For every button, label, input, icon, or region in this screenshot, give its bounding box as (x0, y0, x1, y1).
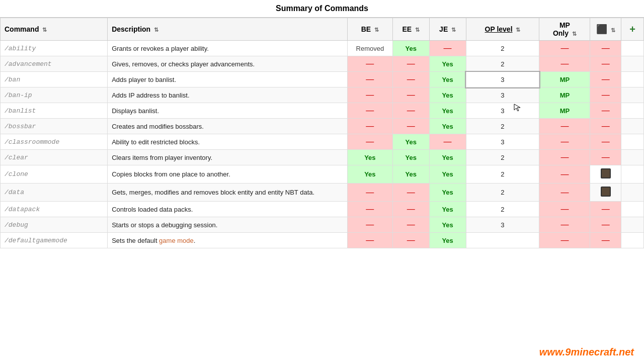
cell-icon1 (590, 184, 621, 202)
table-container: Command ⇅ Description ⇅ BE ⇅ EE ⇅ (0, 18, 644, 248)
cell-je: — (429, 134, 466, 150)
cell-op: 2 (466, 150, 539, 165)
cell-mp: — (539, 233, 590, 248)
col-header-icon1[interactable]: ⬛ ⇅ (590, 18, 621, 41)
cell-ee: Yes (392, 165, 429, 184)
col-header-je[interactable]: JE ⇅ (429, 18, 466, 41)
cell-icon2 (621, 72, 644, 87)
col-header-ee[interactable]: EE ⇅ (392, 18, 429, 41)
cell-icon2 (621, 87, 644, 103)
table-row: /dataGets, merges, modifies and removes … (1, 184, 644, 202)
col-header-op[interactable]: OP level ⇅ (466, 18, 539, 41)
cell-mp: — (539, 202, 590, 217)
col-header-description[interactable]: Description ⇅ (108, 18, 348, 41)
table-row: /classroommodeAbility to edit restricted… (1, 134, 644, 150)
cell-ee: — (392, 87, 429, 103)
cell-icon1: — (590, 119, 621, 134)
cell-op: 2 (466, 119, 539, 134)
cell-mp: — (539, 56, 590, 72)
cell-op: 3 (466, 72, 539, 87)
table-row: /ban-ipAdds IP address to banlist.——Yes3… (1, 87, 644, 103)
cell-je: Yes (429, 165, 466, 184)
cell-je: Yes (429, 72, 466, 87)
cell-be: — (347, 233, 392, 248)
cell-op: 3 (466, 217, 539, 233)
cell-ee: — (392, 202, 429, 217)
table-row: /bossbarCreates and modifies bossbars.——… (1, 119, 644, 134)
cell-command: /ability (1, 41, 108, 56)
cell-op (466, 233, 539, 248)
cell-be: — (347, 103, 392, 119)
watermark: www.9minecraft.net (539, 346, 634, 358)
cell-icon2 (621, 202, 644, 217)
cell-mp: — (539, 184, 590, 202)
table-row: /advancementGives, removes, or checks pl… (1, 56, 644, 72)
table-row: /banAdds player to banlist.——Yes3MP— (1, 72, 644, 87)
cell-icon1: — (590, 233, 621, 248)
cell-mp: — (539, 165, 590, 184)
cell-command: /classroommode (1, 134, 108, 150)
desc-link[interactable]: game mode (159, 237, 194, 244)
cell-icon2 (621, 233, 644, 248)
cell-ee: Yes (392, 150, 429, 165)
cell-op: 3 (466, 87, 539, 103)
cell-je: Yes (429, 233, 466, 248)
sort-arrow-icon1: ⇅ (611, 27, 615, 34)
cell-icon2 (621, 150, 644, 165)
cell-je: Yes (429, 119, 466, 134)
col-header-icon2[interactable]: + (621, 18, 644, 41)
cell-description: Grants or revokes a player ability. (108, 41, 348, 56)
cell-icon1: — (590, 150, 621, 165)
cell-command: /defaultgamemode (1, 233, 108, 248)
cell-op: 3 (466, 103, 539, 119)
cell-je: Yes (429, 217, 466, 233)
cell-be: — (347, 134, 392, 150)
cell-be: Removed (347, 41, 392, 56)
cell-icon2 (621, 103, 644, 119)
cell-description: Adds IP address to banlist. (108, 87, 348, 103)
cell-mp: MP (539, 72, 590, 87)
cell-ee: — (392, 72, 429, 87)
sort-arrow-command: ⇅ (42, 27, 47, 33)
cell-op: 2 (466, 165, 539, 184)
cell-command: /clear (1, 150, 108, 165)
cell-ee: — (392, 184, 429, 202)
cell-je: Yes (429, 150, 466, 165)
cell-icon1: — (590, 56, 621, 72)
cell-be: Yes (347, 165, 392, 184)
cell-be: — (347, 87, 392, 103)
table-row: /clearClears items from player inventory… (1, 150, 644, 165)
cell-be: Yes (347, 150, 392, 165)
sort-arrow-desc: ⇅ (154, 27, 158, 33)
cell-je: Yes (429, 184, 466, 202)
sort-arrow-je: ⇅ (451, 27, 456, 33)
sort-arrow-ee: ⇅ (415, 27, 420, 33)
cell-op: 2 (466, 202, 539, 217)
cell-mp: — (539, 119, 590, 134)
cell-icon2 (621, 119, 644, 134)
cell-icon2 (621, 165, 644, 184)
cell-ee: Yes (392, 134, 429, 150)
cell-icon1: — (590, 202, 621, 217)
cell-icon1 (590, 165, 621, 184)
col-header-be[interactable]: BE ⇅ (347, 18, 392, 41)
cell-mp: — (539, 217, 590, 233)
cell-command: /ban (1, 72, 108, 87)
cell-command: /advancement (1, 56, 108, 72)
cell-je: Yes (429, 202, 466, 217)
cell-op: 2 (466, 184, 539, 202)
cell-icon1: — (590, 87, 621, 103)
col-header-command[interactable]: Command ⇅ (1, 18, 108, 41)
sort-arrow-be: ⇅ (374, 27, 379, 33)
cell-command: /data (1, 184, 108, 202)
cell-icon2 (621, 184, 644, 202)
cell-description: Clears items from player inventory. (108, 150, 348, 165)
cell-be: — (347, 202, 392, 217)
cell-command: /banlist (1, 103, 108, 119)
col-header-mp[interactable]: MPOnly ⇅ (539, 18, 590, 41)
cell-ee: Yes (392, 41, 429, 56)
cell-icon2 (621, 134, 644, 150)
cell-command: /datapack (1, 202, 108, 217)
cell-op: 3 (466, 134, 539, 150)
commands-table: Command ⇅ Description ⇅ BE ⇅ EE ⇅ (0, 18, 644, 248)
